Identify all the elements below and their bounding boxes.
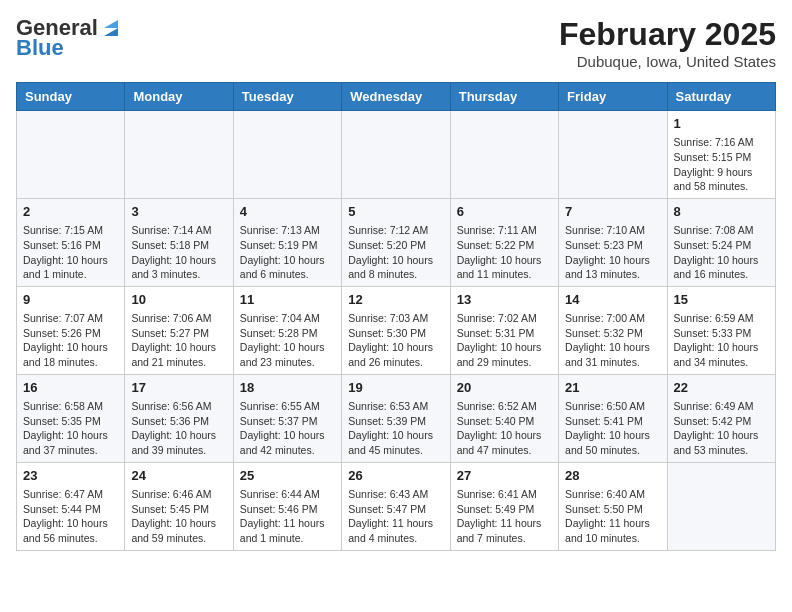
day-info: Sunset: 5:50 PM — [565, 502, 660, 517]
day-number: 18 — [240, 379, 335, 397]
day-info: Sunrise: 6:40 AM — [565, 487, 660, 502]
day-number: 21 — [565, 379, 660, 397]
day-info: Daylight: 10 hours and 47 minutes. — [457, 428, 552, 457]
day-info: Daylight: 10 hours and 23 minutes. — [240, 340, 335, 369]
day-info: Sunrise: 7:14 AM — [131, 223, 226, 238]
day-header-friday: Friday — [559, 83, 667, 111]
week-row-4: 16Sunrise: 6:58 AMSunset: 5:35 PMDayligh… — [17, 374, 776, 462]
day-info: Sunset: 5:47 PM — [348, 502, 443, 517]
empty-cell — [667, 462, 775, 550]
day-cell-2: 2Sunrise: 7:15 AMSunset: 5:16 PMDaylight… — [17, 198, 125, 286]
day-info: Daylight: 11 hours and 10 minutes. — [565, 516, 660, 545]
day-number: 6 — [457, 203, 552, 221]
day-cell-8: 8Sunrise: 7:08 AMSunset: 5:24 PMDaylight… — [667, 198, 775, 286]
day-number: 10 — [131, 291, 226, 309]
empty-cell — [125, 111, 233, 199]
day-cell-22: 22Sunrise: 6:49 AMSunset: 5:42 PMDayligh… — [667, 374, 775, 462]
day-info: Sunrise: 7:07 AM — [23, 311, 118, 326]
day-info: Sunset: 5:41 PM — [565, 414, 660, 429]
day-number: 12 — [348, 291, 443, 309]
day-cell-21: 21Sunrise: 6:50 AMSunset: 5:41 PMDayligh… — [559, 374, 667, 462]
empty-cell — [450, 111, 558, 199]
day-info: Sunrise: 7:15 AM — [23, 223, 118, 238]
day-header-wednesday: Wednesday — [342, 83, 450, 111]
day-info: Sunrise: 7:04 AM — [240, 311, 335, 326]
day-cell-6: 6Sunrise: 7:11 AMSunset: 5:22 PMDaylight… — [450, 198, 558, 286]
day-info: Sunset: 5:33 PM — [674, 326, 769, 341]
day-number: 11 — [240, 291, 335, 309]
day-info: Sunset: 5:35 PM — [23, 414, 118, 429]
day-number: 20 — [457, 379, 552, 397]
day-info: Sunrise: 6:59 AM — [674, 311, 769, 326]
day-cell-1: 1Sunrise: 7:16 AMSunset: 5:15 PMDaylight… — [667, 111, 775, 199]
day-info: Sunset: 5:36 PM — [131, 414, 226, 429]
day-info: Sunrise: 6:46 AM — [131, 487, 226, 502]
page-header: General Blue February 2025 Dubuque, Iowa… — [16, 16, 776, 70]
day-number: 4 — [240, 203, 335, 221]
day-info: Sunset: 5:39 PM — [348, 414, 443, 429]
day-info: Sunset: 5:16 PM — [23, 238, 118, 253]
day-info: Sunset: 5:46 PM — [240, 502, 335, 517]
day-number: 23 — [23, 467, 118, 485]
day-cell-25: 25Sunrise: 6:44 AMSunset: 5:46 PMDayligh… — [233, 462, 341, 550]
day-cell-28: 28Sunrise: 6:40 AMSunset: 5:50 PMDayligh… — [559, 462, 667, 550]
day-cell-15: 15Sunrise: 6:59 AMSunset: 5:33 PMDayligh… — [667, 286, 775, 374]
day-info: Sunset: 5:18 PM — [131, 238, 226, 253]
day-cell-19: 19Sunrise: 6:53 AMSunset: 5:39 PMDayligh… — [342, 374, 450, 462]
day-info: Daylight: 10 hours and 29 minutes. — [457, 340, 552, 369]
day-info: Daylight: 10 hours and 34 minutes. — [674, 340, 769, 369]
day-cell-14: 14Sunrise: 7:00 AMSunset: 5:32 PMDayligh… — [559, 286, 667, 374]
day-info: Sunset: 5:22 PM — [457, 238, 552, 253]
day-info: Sunset: 5:27 PM — [131, 326, 226, 341]
day-info: Sunset: 5:15 PM — [674, 150, 769, 165]
day-info: Sunrise: 6:47 AM — [23, 487, 118, 502]
title-block: February 2025 Dubuque, Iowa, United Stat… — [559, 16, 776, 70]
day-header-thursday: Thursday — [450, 83, 558, 111]
day-info: Sunrise: 7:00 AM — [565, 311, 660, 326]
day-info: Daylight: 10 hours and 56 minutes. — [23, 516, 118, 545]
day-info: Sunrise: 7:16 AM — [674, 135, 769, 150]
day-info: Daylight: 11 hours and 1 minute. — [240, 516, 335, 545]
day-info: Sunrise: 6:41 AM — [457, 487, 552, 502]
day-number: 13 — [457, 291, 552, 309]
day-info: Daylight: 10 hours and 18 minutes. — [23, 340, 118, 369]
calendar-header: SundayMondayTuesdayWednesdayThursdayFrid… — [17, 83, 776, 111]
week-row-3: 9Sunrise: 7:07 AMSunset: 5:26 PMDaylight… — [17, 286, 776, 374]
day-header-tuesday: Tuesday — [233, 83, 341, 111]
day-number: 9 — [23, 291, 118, 309]
day-header-sunday: Sunday — [17, 83, 125, 111]
day-info: Daylight: 10 hours and 53 minutes. — [674, 428, 769, 457]
svg-marker-1 — [104, 20, 118, 28]
day-cell-17: 17Sunrise: 6:56 AMSunset: 5:36 PMDayligh… — [125, 374, 233, 462]
day-info: Sunset: 5:23 PM — [565, 238, 660, 253]
day-info: Sunset: 5:28 PM — [240, 326, 335, 341]
calendar-body: 1Sunrise: 7:16 AMSunset: 5:15 PMDaylight… — [17, 111, 776, 551]
days-of-week-row: SundayMondayTuesdayWednesdayThursdayFrid… — [17, 83, 776, 111]
day-info: Daylight: 10 hours and 13 minutes. — [565, 253, 660, 282]
day-cell-23: 23Sunrise: 6:47 AMSunset: 5:44 PMDayligh… — [17, 462, 125, 550]
day-info: Daylight: 10 hours and 59 minutes. — [131, 516, 226, 545]
empty-cell — [17, 111, 125, 199]
day-info: Sunrise: 6:44 AM — [240, 487, 335, 502]
day-info: Sunset: 5:40 PM — [457, 414, 552, 429]
day-info: Daylight: 10 hours and 50 minutes. — [565, 428, 660, 457]
day-cell-11: 11Sunrise: 7:04 AMSunset: 5:28 PMDayligh… — [233, 286, 341, 374]
day-number: 15 — [674, 291, 769, 309]
day-number: 19 — [348, 379, 443, 397]
day-number: 7 — [565, 203, 660, 221]
day-number: 14 — [565, 291, 660, 309]
day-header-monday: Monday — [125, 83, 233, 111]
day-number: 25 — [240, 467, 335, 485]
day-cell-5: 5Sunrise: 7:12 AMSunset: 5:20 PMDaylight… — [342, 198, 450, 286]
day-info: Sunrise: 6:43 AM — [348, 487, 443, 502]
day-info: Sunset: 5:37 PM — [240, 414, 335, 429]
day-info: Daylight: 10 hours and 42 minutes. — [240, 428, 335, 457]
day-info: Sunrise: 6:49 AM — [674, 399, 769, 414]
day-info: Daylight: 11 hours and 7 minutes. — [457, 516, 552, 545]
day-info: Sunrise: 7:10 AM — [565, 223, 660, 238]
day-number: 28 — [565, 467, 660, 485]
day-info: Daylight: 10 hours and 11 minutes. — [457, 253, 552, 282]
day-info: Sunrise: 6:58 AM — [23, 399, 118, 414]
day-info: Daylight: 10 hours and 31 minutes. — [565, 340, 660, 369]
day-info: Sunrise: 7:11 AM — [457, 223, 552, 238]
